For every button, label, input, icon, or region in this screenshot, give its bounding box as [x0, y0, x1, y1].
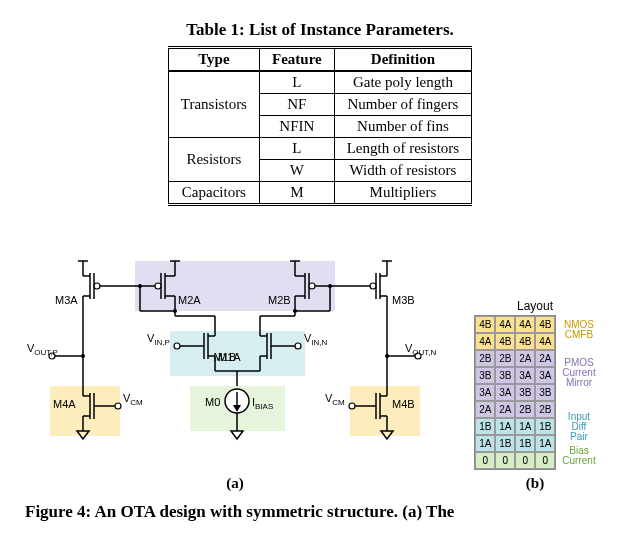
layout-cell: 2B [535, 401, 555, 418]
ota-schematic: M3A M2A [20, 256, 450, 466]
layout-cell: 1A [495, 418, 515, 435]
legend-diff: InputDiffPair [562, 412, 595, 442]
cell-def: Length of resistors [334, 138, 471, 160]
col-type: Type [168, 48, 259, 72]
table-caption: Table 1: List of Instance Parameters. [20, 20, 620, 40]
label-M3A: M3A [55, 294, 78, 306]
svg-point-87 [115, 403, 121, 409]
col-definition: Definition [334, 48, 471, 72]
svg-point-33 [309, 283, 315, 289]
table-row: Capacitors M Multipliers [168, 182, 471, 205]
layout-cell: 1A [515, 418, 535, 435]
layout-cell: 2A [535, 350, 555, 367]
label-M4A: M4A [53, 398, 76, 410]
cell-def: Number of fins [334, 116, 471, 138]
cell-feature: NF [259, 94, 334, 116]
legend-pmos: PMOSCurrentMirror [562, 358, 595, 388]
layout-cell: 4A [495, 316, 515, 333]
layout-cell: 2A [495, 401, 515, 418]
cell-feature: NFIN [259, 116, 334, 138]
mosfet-M3A [83, 269, 115, 331]
layout-cell: 3A [475, 384, 495, 401]
layout-cell: 1A [535, 435, 555, 452]
legend-bias: BiasCurrent [562, 446, 595, 466]
layout-cell: 3B [515, 384, 535, 401]
layout-cell: 1B [515, 435, 535, 452]
label-M1B: M1B [213, 351, 236, 363]
layout-cell: 4B [515, 333, 535, 350]
label-M4B: M4B [392, 398, 415, 410]
layout-cell: 1B [495, 435, 515, 452]
layout-cell: 2B [475, 350, 495, 367]
label-M2B: M2B [268, 294, 291, 306]
sublabel-b: (b) [450, 475, 620, 492]
label-VCM-R: VCM [325, 392, 345, 407]
layout-cell: 3A [535, 367, 555, 384]
svg-point-21 [155, 283, 161, 289]
layout-cell: 0 [515, 452, 535, 469]
layout-cell: 1B [535, 418, 555, 435]
cell-type: Resistors [168, 138, 259, 182]
label-M3B: M3B [392, 294, 415, 306]
svg-point-41 [370, 283, 376, 289]
label-M2A: M2A [178, 294, 201, 306]
layout-legend: NMOSCMFB PMOSCurrentMirror InputDiffPair… [562, 315, 595, 468]
gnd-icon [231, 431, 243, 439]
cell-feature: L [259, 71, 334, 94]
layout-title: Layout [474, 299, 595, 313]
svg-marker-97 [231, 431, 243, 439]
layout-cell: 2A [515, 350, 535, 367]
layout-cell: 4A [515, 316, 535, 333]
layout-cell: 4B [475, 316, 495, 333]
table-row: Transistors L Gate poly length [168, 71, 471, 94]
layout-cell: 4A [475, 333, 495, 350]
layout-cell: 0 [475, 452, 495, 469]
col-feature: Feature [259, 48, 334, 72]
label-VOUTP: VOUT,P [27, 342, 58, 357]
layout-cell: 0 [535, 452, 555, 469]
cell-type: Transistors [168, 71, 259, 138]
label-VINP: VIN,P [147, 332, 170, 347]
figure-caption: Figure 4: An OTA design with symmetric s… [20, 502, 620, 522]
svg-point-27 [173, 309, 177, 313]
cell-feature: L [259, 138, 334, 160]
legend-nmos: NMOSCMFB [562, 320, 595, 340]
svg-point-13 [94, 283, 100, 289]
nmos-right-region [350, 386, 420, 436]
cell-feature: W [259, 160, 334, 182]
layout-cell: 1B [475, 418, 495, 435]
svg-point-47 [293, 309, 297, 313]
layout-cell: 3B [475, 367, 495, 384]
layout-cell: 0 [495, 452, 515, 469]
label-VINN: VIN,N [304, 332, 328, 347]
cell-type: Capacitors [168, 182, 259, 205]
layout-cell: 3B [495, 367, 515, 384]
layout-cell: 3A [515, 367, 535, 384]
cell-def: Width of resistors [334, 160, 471, 182]
nmos-left-region [50, 386, 120, 436]
label-M0: M0 [205, 396, 220, 408]
sublabel-a: (a) [20, 475, 450, 492]
cell-def: Number of fingers [334, 94, 471, 116]
layout-cell: 4B [535, 316, 555, 333]
layout-cell: 4A [535, 333, 555, 350]
label-VCM-L: VCM [123, 392, 143, 407]
layout-cell: 1A [475, 435, 495, 452]
cell-def: Gate poly length [334, 71, 471, 94]
table-row: Resistors L Length of resistors [168, 138, 471, 160]
layout-cell: 2B [495, 350, 515, 367]
layout-cell: 3B [535, 384, 555, 401]
layout-cell: 2B [515, 401, 535, 418]
cell-def: Multipliers [334, 182, 471, 205]
cell-feature: M [259, 182, 334, 205]
svg-point-65 [295, 343, 301, 349]
figure-a: M3A M2A [20, 256, 450, 492]
figure-area: M3A M2A [20, 256, 620, 492]
layout-cell: 4B [495, 333, 515, 350]
svg-point-95 [349, 403, 355, 409]
label-VOUTN: VOUT,N [405, 342, 437, 357]
parameter-table: Type Feature Definition Transistors L Ga… [168, 46, 472, 206]
mosfet-M3B [355, 269, 387, 331]
layout-cell: 3A [495, 384, 515, 401]
figure-b: Layout 4B4A4A4B4A4B4B4A2B2B2A2A3B3B3A3A3… [450, 299, 620, 492]
